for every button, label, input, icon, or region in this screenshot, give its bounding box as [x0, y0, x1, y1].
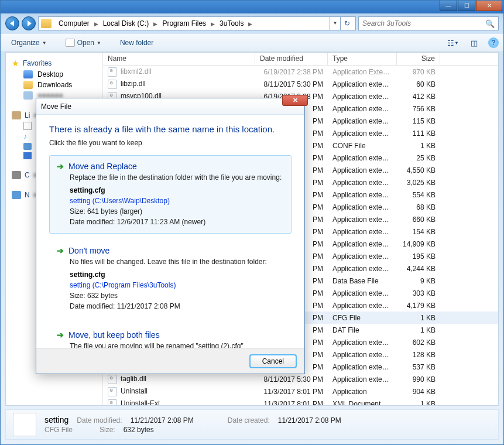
help-button[interactable]: ?: [488, 37, 499, 48]
dialog-option[interactable]: ➔ Don't move No files will be changed. L…: [49, 239, 292, 318]
col-name[interactable]: Name: [103, 53, 255, 65]
sidebar-item[interactable]: Downloads: [6, 80, 102, 90]
col-size[interactable]: Size: [397, 53, 440, 65]
folder-icon: [41, 19, 52, 28]
minimize-button[interactable]: —: [440, 1, 457, 11]
chevron-right-icon[interactable]: ▶: [152, 21, 159, 27]
status-filename: setting: [44, 415, 68, 425]
search-icon: 🔍: [485, 19, 495, 28]
chevron-right-icon[interactable]: ▶: [247, 21, 253, 27]
file-icon: [108, 375, 117, 384]
column-headers: Name Date modified Type Size: [103, 53, 498, 66]
breadcrumb-item[interactable]: 3uTools: [216, 19, 247, 28]
file-row[interactable]: libzip.dll 8/11/2017 5:30 PM Application…: [103, 78, 498, 90]
file-icon: [108, 387, 117, 396]
favorites-header[interactable]: ★ Favorites: [6, 57, 102, 69]
dialog-subheading: Click the file you want to keep: [49, 139, 292, 147]
desktop-icon: [23, 70, 33, 78]
chevron-right-icon[interactable]: ▶: [210, 21, 216, 27]
toolbar: Organize ▼ Open ▼ New folder ☷ ▼ ◫ ?: [1, 33, 503, 52]
close-button[interactable]: ✕: [476, 1, 502, 11]
move-file-dialog: Move File ✕ There is already a file with…: [36, 98, 305, 374]
explorer-window: — ☐ ✕ Computer▶Local Disk (C:)▶Program F…: [0, 0, 504, 445]
search-input[interactable]: [362, 19, 485, 28]
status-bar: setting Date modified: 11/21/2017 2:08 P…: [5, 409, 499, 440]
dialog-heading: There is already a file with the same na…: [49, 124, 292, 134]
breadcrumb-item[interactable]: Local Disk (C:): [100, 19, 153, 28]
col-type[interactable]: Type: [328, 53, 397, 65]
view-button[interactable]: ☷ ▼: [446, 36, 460, 49]
refresh-button[interactable]: ↻: [340, 17, 353, 30]
dialog-close-button[interactable]: ✕: [282, 95, 308, 106]
chevron-right-icon[interactable]: ▶: [93, 21, 100, 27]
selected-file-icon: [13, 413, 36, 436]
organize-button[interactable]: Organize ▼: [5, 36, 53, 49]
dialog-title[interactable]: Move File: [36, 98, 304, 115]
address-bar[interactable]: Computer▶Local Disk (C:)▶Program Files▶3…: [38, 16, 356, 30]
back-button[interactable]: [5, 16, 19, 30]
arrow-right-icon: ➔: [57, 246, 64, 255]
maximize-button[interactable]: ☐: [458, 1, 475, 11]
file-row[interactable]: Uninstall 11/3/2017 8:01 PM Application …: [103, 385, 498, 398]
titlebar[interactable]: — ☐ ✕: [1, 1, 503, 13]
file-row[interactable]: libxml2.dll 6/19/2017 2:38 PM Applicatio…: [103, 66, 498, 78]
file-icon: [108, 67, 117, 77]
new-folder-button[interactable]: New folder: [114, 36, 159, 49]
file-icon: [108, 399, 117, 406]
star-icon: ★: [12, 59, 19, 68]
cancel-button[interactable]: Cancel: [250, 355, 296, 368]
forward-button[interactable]: [22, 16, 36, 30]
open-button[interactable]: Open ▼: [60, 36, 107, 49]
search-box[interactable]: 🔍: [358, 16, 499, 30]
dialog-option[interactable]: ➔ Move and Replace Replace the file in t…: [49, 155, 292, 234]
downloads-icon: [23, 81, 33, 89]
file-icon: [108, 80, 117, 89]
col-date[interactable]: Date modified: [255, 53, 328, 65]
status-filetype: CFG File: [44, 426, 73, 434]
breadcrumb-item[interactable]: Computer: [55, 19, 93, 28]
sidebar-item[interactable]: Desktop: [6, 69, 102, 80]
preview-pane-button[interactable]: ◫: [467, 36, 481, 49]
file-row[interactable]: Uninstall-Ext 11/3/2017 8:01 PM XML Docu…: [103, 398, 498, 405]
navbar: Computer▶Local Disk (C:)▶Program Files▶3…: [1, 13, 503, 33]
arrow-right-icon: ➔: [57, 162, 64, 171]
address-dropdown[interactable]: ▼: [330, 17, 340, 30]
breadcrumb-item[interactable]: Program Files: [159, 19, 210, 28]
arrow-right-icon: ➔: [57, 330, 64, 340]
